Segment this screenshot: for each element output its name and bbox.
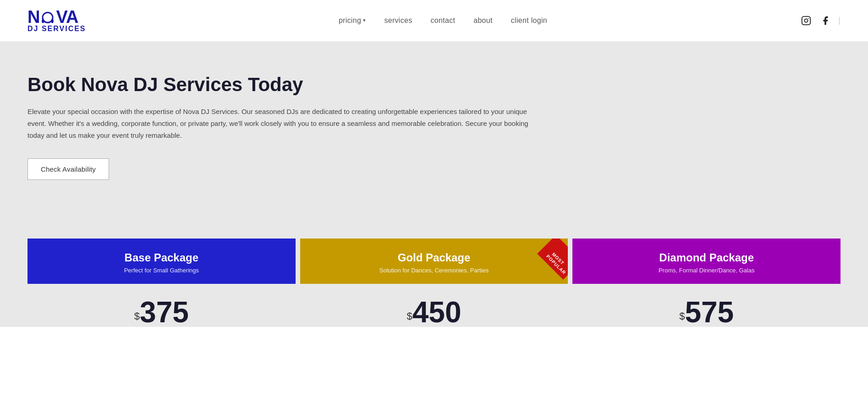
package-diamond-currency: $ <box>679 310 685 321</box>
social-links: | <box>800 14 841 27</box>
headphones-icon <box>40 11 55 26</box>
hero-section: Book Nova DJ Services Today Elevate your… <box>0 42 868 216</box>
package-gold-subtitle: Solution for Dances, Ceremonies, Parties <box>309 267 559 274</box>
package-base-price: 375 <box>140 296 189 327</box>
main-nav: pricing ▾ services contact about client … <box>339 16 547 25</box>
svg-point-4 <box>805 19 808 22</box>
logo-text: N VA <box>27 8 86 26</box>
logo-subtitle: DJ SERVICES <box>27 25 86 33</box>
facebook-icon[interactable] <box>819 14 832 27</box>
package-gold-price-area: $450 <box>300 284 568 327</box>
package-gold-price: 450 <box>412 296 461 327</box>
package-diamond-price: 575 <box>685 296 734 327</box>
package-gold-currency: $ <box>407 310 412 321</box>
package-gold-header: Gold Package Solution for Dances, Ceremo… <box>300 239 568 284</box>
svg-rect-2 <box>51 19 54 23</box>
packages-section: Base Package Perfect for Small Gathering… <box>0 216 868 327</box>
instagram-icon[interactable] <box>800 14 813 27</box>
svg-point-5 <box>808 18 809 19</box>
package-base-subtitle: Perfect for Small Gatherings <box>37 267 286 274</box>
logo: N VA DJ SERVICES <box>27 8 86 33</box>
package-diamond-price-area: $575 <box>572 284 841 327</box>
package-base-currency: $ <box>134 310 140 321</box>
chevron-down-icon: ▾ <box>363 17 366 23</box>
hero-description: Elevate your special occasion with the e… <box>27 106 532 142</box>
package-base-price-area: $375 <box>27 284 296 327</box>
nav-item-about[interactable]: about <box>473 16 493 25</box>
nav-item-client-login[interactable]: client login <box>511 16 547 25</box>
svg-rect-1 <box>42 19 44 23</box>
site-header: N VA DJ SERVICES pricing ▾ services cont… <box>0 0 868 42</box>
package-base: Base Package Perfect for Small Gathering… <box>27 239 296 327</box>
nav-item-pricing[interactable]: pricing ▾ <box>339 16 366 25</box>
social-divider: | <box>838 16 841 25</box>
package-diamond-subtitle: Proms, Formal Dinner/Dance, Galas <box>582 267 831 274</box>
package-gold-name: Gold Package <box>309 251 559 264</box>
package-diamond: Diamond Package Proms, Formal Dinner/Dan… <box>572 239 841 327</box>
check-availability-button[interactable]: Check Availability <box>27 158 109 180</box>
package-gold: Gold Package Solution for Dances, Ceremo… <box>300 239 568 327</box>
package-base-name: Base Package <box>37 251 286 264</box>
package-base-header: Base Package Perfect for Small Gathering… <box>27 239 296 284</box>
svg-rect-3 <box>802 16 810 25</box>
hero-title: Book Nova DJ Services Today <box>27 74 841 96</box>
nav-item-contact[interactable]: contact <box>431 16 456 25</box>
package-diamond-header: Diamond Package Proms, Formal Dinner/Dan… <box>572 239 841 284</box>
nav-item-services[interactable]: services <box>384 16 412 25</box>
package-diamond-name: Diamond Package <box>582 251 831 264</box>
